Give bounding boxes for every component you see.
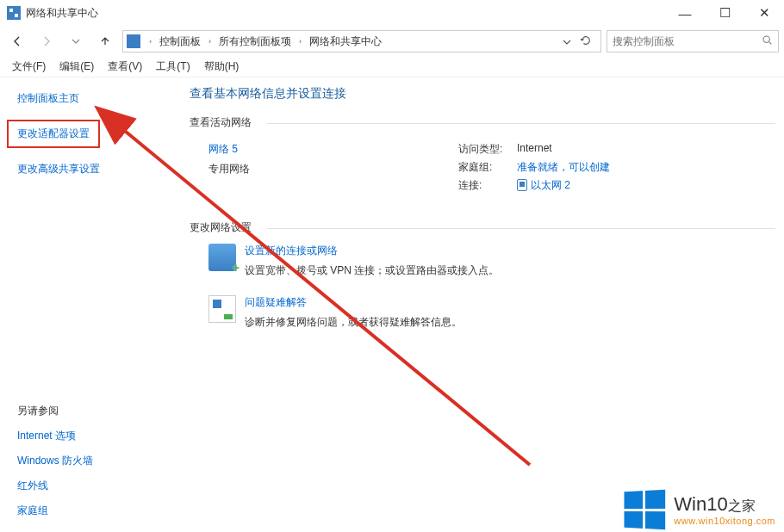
chevron-right-icon[interactable]: › [206, 37, 214, 46]
menu-file[interactable]: 文件(F) [5, 57, 53, 77]
sidebar-home-link[interactable]: 控制面板主页 [17, 91, 155, 106]
up-icon [98, 34, 112, 48]
refresh-icon[interactable] [580, 34, 592, 46]
network-block: 网络 5 专用网络 访问类型: Internet 家庭组: 准备就绪，可以创建 … [208, 142, 767, 196]
window-title: 网络和共享中心 [26, 6, 98, 21]
task-desc: 诊断并修复网络问题，或者获得疑难解答信息。 [245, 315, 462, 330]
task-new-connection[interactable]: 设置新的连接或网络 设置宽带、拨号或 VPN 连接；或设置路由器或接入点。 [208, 244, 767, 278]
change-settings-label: 更改网络设置 [190, 220, 767, 235]
task-title[interactable]: 问题疑难解答 [245, 295, 462, 310]
chevron-right-icon[interactable]: › [296, 37, 304, 46]
breadcrumb-item[interactable]: 所有控制面板项 [216, 33, 294, 51]
main-heading: 查看基本网络信息并设置连接 [190, 86, 767, 102]
breadcrumb-item[interactable]: 网络和共享中心 [307, 33, 384, 51]
new-connection-icon [208, 244, 236, 271]
titlebar: 网络和共享中心 — ☐ ✕ [0, 0, 784, 26]
network-info-left: 网络 5 专用网络 [208, 142, 458, 196]
chevron-right-icon[interactable]: › [146, 37, 154, 46]
menu-tools[interactable]: 工具(T) [149, 57, 196, 77]
search-input[interactable] [613, 35, 762, 47]
nav-forward-button[interactable] [34, 29, 59, 53]
nav-recent-button[interactable] [64, 29, 88, 53]
sidebar-link-adapter-settings[interactable]: 更改适配器设置 [7, 120, 100, 148]
search-box[interactable] [607, 30, 779, 53]
see-also-section: 另请参阅 Internet 选项 Windows 防火墙 红外线 家庭组 [17, 352, 155, 518]
maximize-button[interactable]: ☐ [705, 0, 744, 26]
homegroup-label: 家庭组: [458, 160, 510, 175]
watermark: Win10之家 www.win10xitong.com [622, 491, 775, 529]
connections-label: 连接: [458, 178, 510, 193]
watermark-url: www.win10xitong.com [674, 516, 775, 526]
see-also-firewall[interactable]: Windows 防火墙 [17, 454, 155, 468]
connections-link[interactable]: 以太网 2 [517, 178, 570, 193]
active-networks-label: 查看活动网络 [190, 115, 767, 130]
ethernet-icon [517, 179, 527, 191]
task-title[interactable]: 设置新的连接或网络 [245, 244, 499, 258]
see-also-infrared[interactable]: 红外线 [17, 479, 155, 493]
main-panel: 查看基本网络信息并设置连接 查看活动网络 网络 5 专用网络 访问类型: Int… [172, 77, 784, 532]
task-desc: 设置宽带、拨号或 VPN 连接；或设置路由器或接入点。 [245, 263, 499, 278]
back-icon [10, 34, 24, 48]
nav-up-button[interactable] [93, 29, 117, 53]
nav-bar: › 控制面板 › 所有控制面板项 › 网络和共享中心 [0, 26, 784, 57]
breadcrumb[interactable]: › 控制面板 › 所有控制面板项 › 网络和共享中心 [122, 30, 601, 53]
forward-icon [40, 34, 53, 48]
svg-point-0 [763, 36, 769, 42]
see-also-internet-options[interactable]: Internet 选项 [17, 429, 155, 443]
sidebar: 控制面板主页 更改适配器设置 更改高级共享设置 另请参阅 Internet 选项… [0, 77, 172, 532]
close-button[interactable]: ✕ [744, 0, 784, 26]
window-controls: — ☐ ✕ [665, 0, 784, 26]
breadcrumb-dropdown[interactable] [557, 34, 597, 49]
network-info-right: 访问类型: Internet 家庭组: 准备就绪，可以创建 连接: 以太网 2 [458, 142, 767, 196]
nav-back-button[interactable] [5, 29, 29, 53]
access-type-value: Internet [517, 142, 552, 157]
watermark-brand: Win10之家 [674, 493, 775, 516]
network-name[interactable]: 网络 5 [208, 142, 458, 157]
breadcrumb-icon [127, 34, 140, 48]
task-troubleshoot[interactable]: 问题疑难解答 诊断并修复网络问题，或者获得疑难解答信息。 [208, 295, 767, 330]
minimize-button[interactable]: — [665, 0, 705, 26]
chevron-down-icon [563, 38, 571, 46]
see-also-homegroup[interactable]: 家庭组 [17, 504, 155, 518]
windows-logo-icon [625, 490, 666, 530]
troubleshoot-icon [208, 295, 236, 323]
menu-help[interactable]: 帮助(H) [197, 57, 246, 77]
chevron-down-icon [72, 37, 80, 46]
search-icon[interactable] [762, 34, 773, 48]
content-area: 控制面板主页 更改适配器设置 更改高级共享设置 另请参阅 Internet 选项… [0, 77, 784, 532]
menu-view[interactable]: 查看(V) [101, 57, 149, 77]
menu-edit[interactable]: 编辑(E) [53, 57, 101, 77]
see-also-heading: 另请参阅 [17, 404, 155, 418]
breadcrumb-item[interactable]: 控制面板 [157, 33, 203, 51]
app-icon [7, 6, 21, 20]
homegroup-link[interactable]: 准备就绪，可以创建 [517, 160, 610, 175]
network-type: 专用网络 [208, 162, 458, 176]
access-type-label: 访问类型: [458, 142, 510, 157]
menu-bar: 文件(F) 编辑(E) 查看(V) 工具(T) 帮助(H) [0, 57, 784, 77]
sidebar-link-advanced-sharing[interactable]: 更改高级共享设置 [17, 162, 155, 176]
